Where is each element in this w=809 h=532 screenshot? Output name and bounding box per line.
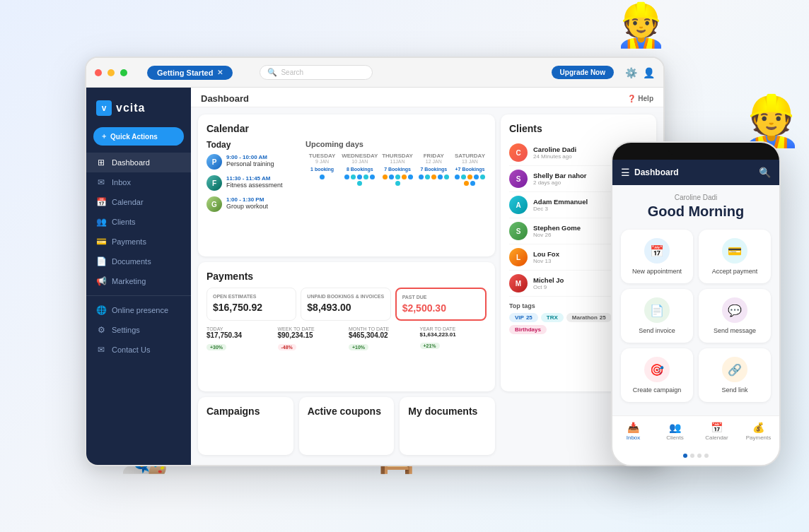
- calendar-inner: Today P 9:00 - 10:00 AM Personal trainin…: [206, 140, 487, 218]
- appointment-3[interactable]: G 1:00 - 1:30 PM Group workout: [206, 196, 298, 212]
- pastdue-value: $2,500.30: [402, 302, 479, 314]
- action-send-message[interactable]: 💬 Send message: [699, 289, 771, 343]
- settings-icon[interactable]: ⚙️: [625, 67, 637, 78]
- client-info-5: Lou Fox Nov 13: [533, 250, 559, 264]
- appointment-name-2: Fitness assessment: [226, 182, 283, 189]
- appointment-time-3: 1:00 - 1:30 PM: [226, 196, 268, 203]
- appointment-name-3: Group workout: [226, 203, 268, 210]
- sidebar-item-payments[interactable]: 💳 Payments: [86, 232, 191, 252]
- client-info-2: Shelly Bar nahor 2 days ago: [533, 172, 587, 186]
- documents-icon: 📄: [96, 256, 106, 266]
- logo-text: vcita: [116, 102, 145, 114]
- phone-clients-icon: 👥: [669, 422, 681, 433]
- appointment-avatar-2: F: [206, 175, 222, 191]
- window-minimize-dot[interactable]: [107, 69, 115, 76]
- phone-nav-payments[interactable]: 💰 Payments: [738, 422, 779, 441]
- browser-topbar: Getting Started ✕ 🔍 Search Upgrade Now ⚙…: [86, 58, 663, 88]
- dashboard-icon: ⊞: [96, 158, 106, 167]
- sidebar-item-clients[interactable]: 👥 Clients: [86, 212, 191, 232]
- day-friday: FRIDAY 12 JAN 7 Bookings: [417, 153, 450, 186]
- window-maximize-dot[interactable]: [120, 69, 127, 76]
- create-campaign-label: Create campaign: [627, 386, 687, 394]
- appointment-1[interactable]: P 9:00 - 10:00 AM Personal training: [206, 154, 298, 170]
- payments-title: Payments: [206, 271, 487, 282]
- notch-cutout: [668, 143, 724, 155]
- action-new-appointment[interactable]: 📅 New appointment: [621, 230, 693, 283]
- booking-dot: [351, 175, 356, 179]
- sidebar-item-inbox[interactable]: ✉ Inbox: [86, 172, 191, 192]
- booking-dot: [320, 175, 325, 179]
- sidebar-item-settings[interactable]: ⚙ Settings: [86, 320, 191, 340]
- booking-dot: [383, 175, 388, 179]
- week-badge: -48%: [278, 344, 296, 350]
- action-create-campaign[interactable]: 🎯 Create campaign: [621, 348, 693, 402]
- top-right-icons: ⚙️ 👤: [625, 67, 655, 78]
- greeting-name: Caroline Dadi: [621, 194, 771, 201]
- phone-nav-inbox[interactable]: 📥 Inbox: [612, 422, 654, 441]
- phone-search-icon[interactable]: 🔍: [759, 167, 771, 178]
- action-send-link[interactable]: 🔗 Send link: [699, 348, 771, 402]
- avatar-icon[interactable]: 👤: [643, 67, 655, 78]
- tab-close-icon[interactable]: ✕: [217, 69, 223, 76]
- send-message-icon: 💬: [722, 297, 747, 323]
- payment-stat-pastdue: PAST DUE $2,500.30: [395, 288, 487, 321]
- booking-dot: [464, 181, 469, 186]
- calendar-title: Calendar: [206, 123, 487, 134]
- client-avatar-5: L: [509, 248, 528, 266]
- appointment-2[interactable]: F 11:30 - 11:45 AM Fitness assessment: [206, 175, 298, 191]
- phone-notch: [612, 143, 779, 160]
- accept-payment-label: Accept payment: [704, 268, 765, 275]
- sidebar-item-online-presence[interactable]: 🌐 Online presence: [86, 300, 191, 320]
- today-stat: TODAY $17,750.34 +30%: [206, 326, 274, 352]
- month-stat: MONTH TO DATE $465,304.02 +10%: [349, 326, 416, 352]
- week-stat: WEEK TO DATE $90,234.15 -48%: [278, 326, 345, 352]
- booking-dot: [455, 175, 460, 179]
- today-label: Today: [206, 140, 298, 150]
- page-title: Dashboard: [201, 93, 249, 104]
- greeting-section: Caroline Dadi Good Morning: [621, 194, 771, 220]
- payments-card: Payments OPEN ESTIMATES $16,750.92 UNPAI…: [198, 262, 495, 391]
- phone-nav-clients[interactable]: 👥 Clients: [654, 422, 696, 441]
- coupons-title: Active coupons: [308, 406, 386, 417]
- phone-nav-calendar[interactable]: 📅 Calendar: [696, 422, 738, 441]
- tag-marathon[interactable]: Marathon 25: [566, 313, 612, 322]
- search-icon: 🔍: [267, 68, 277, 77]
- logo-icon: v: [96, 100, 112, 116]
- sidebar-item-contact-us[interactable]: ✉ Contact Us: [86, 340, 191, 360]
- sidebar-item-dashboard[interactable]: ⊞ Dashboard: [86, 153, 191, 172]
- bottom-cards-row: Campaigns Active coupons My documents: [198, 397, 495, 455]
- tag-vip[interactable]: VIP 25: [509, 313, 538, 322]
- tag-trx[interactable]: TRX: [541, 313, 564, 322]
- search-bar[interactable]: 🔍 Search: [260, 65, 373, 80]
- hamburger-icon[interactable]: ☰: [621, 167, 630, 178]
- upgrade-button[interactable]: Upgrade Now: [552, 66, 614, 79]
- day-saturday: SATURDAY 13 JAN +7 Bookings: [453, 153, 487, 186]
- client-avatar-3: A: [509, 196, 528, 214]
- booking-dot: [357, 181, 362, 186]
- booking-dot: [480, 175, 485, 179]
- sidebar-item-documents[interactable]: 📄 Documents: [86, 252, 191, 271]
- documents-card: My documents: [400, 397, 495, 455]
- window-close-dot[interactable]: [95, 69, 102, 76]
- today-column: Today P 9:00 - 10:00 AM Personal trainin…: [206, 140, 298, 218]
- getting-started-tab[interactable]: Getting Started ✕: [147, 66, 233, 80]
- booking-dot: [461, 175, 466, 179]
- online-presence-icon: 🌐: [96, 305, 106, 315]
- send-link-icon: 🔗: [722, 357, 747, 382]
- unpaid-label: UNPAID BOOKINGS & INVOICES: [307, 294, 384, 299]
- action-send-invoice[interactable]: 📄 Send invoice: [621, 289, 693, 343]
- year-badge: +21%: [420, 343, 440, 349]
- tag-birthdays[interactable]: Birthdays: [509, 325, 547, 334]
- action-accept-payment[interactable]: 💳 Accept payment: [699, 230, 771, 283]
- quick-actions-button[interactable]: ＋ Quick Actions: [93, 127, 184, 146]
- sidebar-item-calendar[interactable]: 📅 Calendar: [86, 192, 191, 212]
- sidebar-item-marketing[interactable]: 📢 Marketing: [86, 271, 191, 291]
- estimates-label: OPEN ESTIMATES: [213, 294, 290, 299]
- day-wednesday: WEDNESDAY 10 JAN 8 Bookings: [342, 153, 378, 186]
- appointment-info-1: 9:00 - 10:00 AM Personal training: [226, 154, 274, 167]
- help-link[interactable]: ❓ Help: [627, 95, 653, 102]
- booking-dot: [363, 175, 368, 179]
- scene: 👷 👷 🧑‍🎨 🪜 Getting Started ✕ 🔍 Search Upg…: [0, 0, 809, 532]
- day-tuesday: TUESDAY 9 JAN 1 booking: [305, 153, 339, 186]
- inbox-icon: ✉: [96, 177, 106, 187]
